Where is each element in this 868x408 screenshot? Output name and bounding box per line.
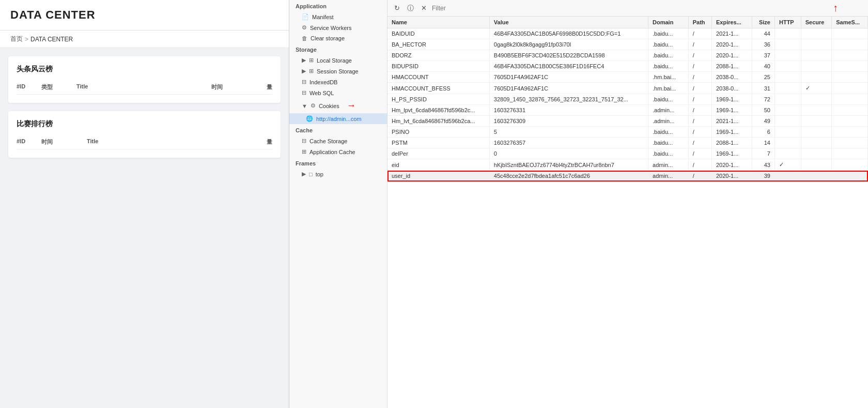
table-row[interactable]: Hm_lpvt_6cda846867fd596b2c...1603276331.… xyxy=(388,105,868,116)
th-domain: Domain xyxy=(648,17,689,28)
th-path: Path xyxy=(688,17,711,28)
th-expires: Expires... xyxy=(711,17,752,28)
th-sames: SameS... xyxy=(832,17,868,28)
sidebar-item-cache-storage[interactable]: ⊟ Cache Storage xyxy=(289,135,387,146)
devtools-main: ↻ ⓘ ✕ ↑ Name Value Domain Path Expires..… xyxy=(388,0,868,408)
th-size: Size xyxy=(752,17,774,28)
devtools-toolbar: ↻ ⓘ ✕ ↑ xyxy=(388,0,868,17)
table-row[interactable]: BDORZB490B5EBF6F3CD402E515D22BCDA1598.ba… xyxy=(388,50,868,61)
th-name: Name xyxy=(388,17,489,28)
application-cache-icon: ⊞ xyxy=(302,148,306,155)
table-row[interactable]: BIDUPSID46B4FA3305DAC1B00C5E386F1D16FEC4… xyxy=(388,61,868,72)
col-title-label: Title xyxy=(76,83,207,91)
indexeddb-label: IndexedDB xyxy=(309,79,337,85)
cookie-table-body: BAIDUID46B4FA3305DAC1B05AF6998B0D15C5DD:… xyxy=(388,28,868,182)
breadcrumb-current: DATA CENTER xyxy=(30,36,73,43)
cache-storage-label: Cache Storage xyxy=(309,138,347,144)
refresh-button[interactable]: ↻ xyxy=(392,3,402,13)
section-frames: Frames xyxy=(289,157,387,169)
ranking-card: 比赛排行榜 #ID 时间 Title 量 xyxy=(8,111,281,158)
indexeddb-icon: ⊟ xyxy=(302,79,306,85)
table-row[interactable]: eidhKjbISzntBAEOJ7z6774bl4tyZtrBCAH7ur8n… xyxy=(388,159,868,171)
sidebar-item-cookies[interactable]: ▼ ⚙ Cookies → xyxy=(289,98,387,113)
col-count-label: 量 xyxy=(257,83,272,91)
sidebar-item-local-storage[interactable]: ▶ ⊞ Local Storage xyxy=(289,55,387,66)
th-secure: Secure xyxy=(801,17,832,28)
clear-storage-icon: 🗑 xyxy=(302,35,307,41)
top-frame-label: top xyxy=(316,171,323,177)
table-row[interactable]: user_id45c48cce2e2d7fbdea1afc51c7c6ad26a… xyxy=(388,171,868,182)
table-row[interactable]: H_PS_PSSID32809_1450_32876_7566_32723_32… xyxy=(388,94,868,105)
clear-storage-label: Clear storage xyxy=(311,35,345,41)
sidebar-item-session-storage[interactable]: ▶ ⊞ Session Storage xyxy=(289,66,387,77)
cache-storage-icon: ⊟ xyxy=(302,138,306,144)
col-time-label: 时间 xyxy=(211,83,253,91)
rank-col-title-label: Title xyxy=(87,138,253,146)
session-storage-icon: ⊞ xyxy=(309,68,314,74)
red-arrow-filter: ↑ xyxy=(833,2,838,14)
sidebar-item-top[interactable]: ▶ □ top xyxy=(289,169,387,179)
trending-card: 头条风云榜 #ID 类型 Title 时间 量 xyxy=(8,56,281,103)
service-workers-icon: ⚙ xyxy=(302,24,307,31)
table-row[interactable]: delPer0.baidu.../1969-1...7 xyxy=(388,148,868,159)
cookies-url-icon: 🌐 xyxy=(306,115,313,122)
section-cache: Cache xyxy=(289,124,387,135)
page-header: DATA CENTER xyxy=(0,0,289,31)
sidebar-item-service-workers[interactable]: ⚙ Service Workers xyxy=(289,22,387,33)
red-arrow-cookies: → xyxy=(347,100,356,111)
web-sql-label: Web SQL xyxy=(309,90,334,96)
manifest-icon: 📄 xyxy=(302,13,309,20)
cookies-icon: ⚙ xyxy=(311,102,316,109)
local-storage-icon: ⊞ xyxy=(309,57,314,64)
cookies-data-table: Name Value Domain Path Expires... Size H… xyxy=(388,17,868,182)
cookies-label: Cookies xyxy=(319,103,339,109)
ranking-title: 比赛排行榜 xyxy=(17,119,272,129)
col-id-label: #ID xyxy=(17,83,37,91)
breadcrumb: 首页 > DATA CENTER xyxy=(0,31,289,48)
col-type-label: 类型 xyxy=(41,83,72,91)
session-storage-expand-icon: ▶ xyxy=(302,68,306,74)
top-expand-icon: ▶ xyxy=(302,171,306,177)
section-application: Application xyxy=(289,0,387,11)
cookie-table: Name Value Domain Path Expires... Size H… xyxy=(388,17,868,408)
sidebar-item-manifest[interactable]: 📄 Manifest xyxy=(289,11,387,22)
breadcrumb-home[interactable]: 首页 xyxy=(10,35,23,43)
devtools-panel: Application 📄 Manifest ⚙ Service Workers… xyxy=(289,0,868,408)
left-content: 头条风云榜 #ID 类型 Title 时间 量 比赛排行榜 #ID 时间 Tit… xyxy=(0,48,289,408)
web-sql-icon: ⊟ xyxy=(302,89,306,96)
rank-col-count-label: 量 xyxy=(257,138,272,146)
application-cache-label: Application Cache xyxy=(309,149,355,155)
left-panel: DATA CENTER 首页 > DATA CENTER 头条风云榜 #ID 类… xyxy=(0,0,289,408)
ranking-table-header: #ID 时间 Title 量 xyxy=(17,135,272,149)
th-value: Value xyxy=(489,17,648,28)
table-row[interactable]: BA_HECTOR0gag8k2l0k8k8gagg91fp03i70l.bai… xyxy=(388,39,868,50)
local-storage-label: Local Storage xyxy=(317,57,352,64)
section-storage: Storage xyxy=(289,43,387,55)
filter-input[interactable] xyxy=(432,5,830,12)
local-storage-expand-icon: ▶ xyxy=(302,57,306,64)
sidebar-item-web-sql[interactable]: ⊟ Web SQL xyxy=(289,87,387,98)
info-button[interactable]: ⓘ xyxy=(405,3,415,13)
manifest-label: Manifest xyxy=(312,14,334,20)
trending-table-header: #ID 类型 Title 时间 量 xyxy=(17,80,272,95)
sidebar-item-application-cache[interactable]: ⊞ Application Cache xyxy=(289,146,387,157)
table-row[interactable]: PSINO5.baidu.../1969-1...6 xyxy=(388,127,868,138)
table-row[interactable]: PSTM1603276357.baidu.../2088-1...14 xyxy=(388,138,868,148)
table-row[interactable]: BAIDUID46B4FA3305DAC1B05AF6998B0D15C5DD:… xyxy=(388,28,868,39)
devtools-sidebar: Application 📄 Manifest ⚙ Service Workers… xyxy=(289,0,388,408)
sidebar-item-indexeddb[interactable]: ⊟ IndexedDB xyxy=(289,77,387,87)
cookies-expand-icon: ▼ xyxy=(302,103,307,109)
session-storage-label: Session Storage xyxy=(317,68,359,74)
table-row[interactable]: HMACCOUNT_BFESS7605D1F4A962AF1C.hm.bai..… xyxy=(388,83,868,94)
table-row[interactable]: Hm_lvt_6cda846867fd596b2ca...1603276309.… xyxy=(388,116,868,127)
breadcrumb-separator: > xyxy=(25,36,28,43)
sidebar-item-clear-storage[interactable]: 🗑 Clear storage xyxy=(289,33,387,43)
th-http: HTTP xyxy=(774,17,801,28)
rank-col-time-label: 时间 xyxy=(41,138,83,146)
trending-title: 头条风云榜 xyxy=(17,65,272,74)
table-header-row: Name Value Domain Path Expires... Size H… xyxy=(388,17,868,28)
sidebar-item-cookies-url[interactable]: 🌐 http://admin...com xyxy=(289,113,387,124)
cookies-url-label: http://admin...com xyxy=(316,116,361,122)
table-row[interactable]: HMACCOUNT7605D1F4A962AF1C.hm.bai.../2038… xyxy=(388,72,868,83)
close-button[interactable]: ✕ xyxy=(419,3,429,13)
